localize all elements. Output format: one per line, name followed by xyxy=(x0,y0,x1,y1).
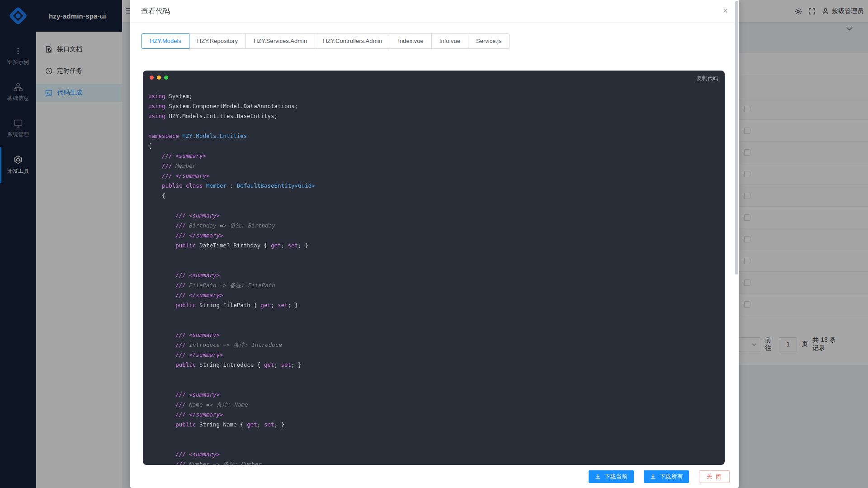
modal-scrollbar-thumb[interactable] xyxy=(735,1,738,275)
tab-hzy-controllers-admin[interactable]: HZY.Controllers.Admin xyxy=(315,33,390,49)
modal-title: 查看代码 xyxy=(141,7,170,15)
traffic-green-icon xyxy=(164,76,168,80)
code-viewer: 复制代码 using System;using System.Component… xyxy=(143,71,725,465)
tab-hzy-models[interactable]: HZY.Models xyxy=(142,33,189,49)
tab-hzy-services-admin[interactable]: HZY.Services.Admin xyxy=(245,33,315,49)
tab-info-vue[interactable]: Info.vue xyxy=(431,33,468,49)
download-current-button[interactable]: 下载当前 xyxy=(589,470,634,483)
tab-service-js[interactable]: Service.js xyxy=(468,33,509,49)
modal-footer: 下载当前 下载所有 关 闭 xyxy=(130,465,739,488)
traffic-yellow-icon xyxy=(157,76,161,80)
code-content: using System;using System.ComponentModel… xyxy=(143,84,725,465)
download-all-button[interactable]: 下载所有 xyxy=(644,470,689,483)
modal-close-button[interactable]: × xyxy=(721,0,730,23)
window-traffic-lights xyxy=(143,71,725,84)
close-modal-button[interactable]: 关 闭 xyxy=(699,470,730,483)
copy-code-button[interactable]: 复制代码 xyxy=(697,75,718,82)
tab-hzy-repository[interactable]: HZY.Repository xyxy=(189,33,246,49)
view-code-modal: 查看代码 × HZY.Models HZY.Repository HZY.Ser… xyxy=(130,0,739,488)
download-icon xyxy=(595,474,601,479)
traffic-red-icon xyxy=(150,76,154,80)
download-icon xyxy=(650,474,656,479)
code-file-tabs: HZY.Models HZY.Repository HZY.Services.A… xyxy=(142,33,726,49)
tab-index-vue[interactable]: Index.vue xyxy=(390,33,431,49)
